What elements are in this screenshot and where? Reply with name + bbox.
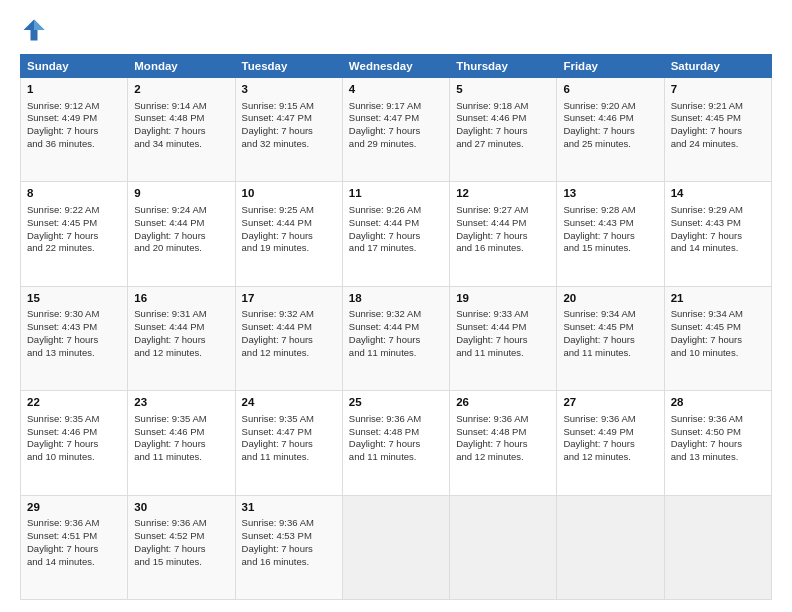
day-number: 30	[134, 500, 228, 516]
weekday-header: Wednesday	[342, 55, 449, 78]
svg-marker-1	[34, 20, 45, 31]
day-info-line: Sunset: 4:44 PM	[456, 321, 550, 334]
day-info-line: and 11 minutes.	[456, 347, 550, 360]
day-info-line: Sunrise: 9:35 AM	[242, 413, 336, 426]
day-info-line: Daylight: 7 hours	[671, 230, 765, 243]
day-number: 26	[456, 395, 550, 411]
day-info-line: and 29 minutes.	[349, 138, 443, 151]
day-info-line: Daylight: 7 hours	[671, 438, 765, 451]
day-info-line: Sunrise: 9:36 AM	[134, 517, 228, 530]
day-info-line: Daylight: 7 hours	[456, 125, 550, 138]
day-info-line: and 12 minutes.	[242, 347, 336, 360]
day-info-line: Sunrise: 9:25 AM	[242, 204, 336, 217]
day-info-line: Sunset: 4:45 PM	[563, 321, 657, 334]
day-info-line: Daylight: 7 hours	[242, 438, 336, 451]
day-number: 20	[563, 291, 657, 307]
day-number: 6	[563, 82, 657, 98]
day-number: 27	[563, 395, 657, 411]
day-info-line: Sunrise: 9:36 AM	[671, 413, 765, 426]
calendar-cell: 2Sunrise: 9:14 AMSunset: 4:48 PMDaylight…	[128, 78, 235, 182]
calendar-cell: 22Sunrise: 9:35 AMSunset: 4:46 PMDayligh…	[21, 391, 128, 495]
day-number: 28	[671, 395, 765, 411]
day-info-line: Daylight: 7 hours	[349, 230, 443, 243]
day-number: 25	[349, 395, 443, 411]
day-number: 29	[27, 500, 121, 516]
calendar-body: 1Sunrise: 9:12 AMSunset: 4:49 PMDaylight…	[21, 78, 772, 600]
calendar-cell: 13Sunrise: 9:28 AMSunset: 4:43 PMDayligh…	[557, 182, 664, 286]
day-info-line: and 15 minutes.	[134, 556, 228, 569]
day-info-line: Sunrise: 9:33 AM	[456, 308, 550, 321]
header	[20, 16, 772, 44]
calendar-cell: 23Sunrise: 9:35 AMSunset: 4:46 PMDayligh…	[128, 391, 235, 495]
day-info-line: and 13 minutes.	[27, 347, 121, 360]
calendar-cell	[342, 495, 449, 599]
day-info-line: Daylight: 7 hours	[27, 230, 121, 243]
day-number: 5	[456, 82, 550, 98]
day-info-line: Sunset: 4:44 PM	[456, 217, 550, 230]
day-number: 24	[242, 395, 336, 411]
day-info-line: Sunset: 4:48 PM	[134, 112, 228, 125]
day-number: 9	[134, 186, 228, 202]
day-info-line: Sunrise: 9:36 AM	[563, 413, 657, 426]
day-info-line: Sunset: 4:51 PM	[27, 530, 121, 543]
day-info-line: Sunset: 4:48 PM	[456, 426, 550, 439]
calendar-week-row: 29Sunrise: 9:36 AMSunset: 4:51 PMDayligh…	[21, 495, 772, 599]
day-info-line: Daylight: 7 hours	[134, 125, 228, 138]
calendar-cell	[664, 495, 771, 599]
day-info-line: Sunset: 4:46 PM	[134, 426, 228, 439]
day-info-line: Sunset: 4:45 PM	[27, 217, 121, 230]
day-info-line: Sunrise: 9:28 AM	[563, 204, 657, 217]
day-info-line: and 10 minutes.	[27, 451, 121, 464]
weekday-header: Friday	[557, 55, 664, 78]
day-number: 4	[349, 82, 443, 98]
day-info-line: Sunrise: 9:27 AM	[456, 204, 550, 217]
day-info-line: and 11 minutes.	[349, 347, 443, 360]
day-number: 11	[349, 186, 443, 202]
day-info-line: and 27 minutes.	[456, 138, 550, 151]
weekday-header: Monday	[128, 55, 235, 78]
day-info-line: Daylight: 7 hours	[456, 438, 550, 451]
day-number: 1	[27, 82, 121, 98]
day-info-line: Daylight: 7 hours	[242, 543, 336, 556]
day-info-line: Sunrise: 9:32 AM	[242, 308, 336, 321]
day-number: 22	[27, 395, 121, 411]
day-info-line: Daylight: 7 hours	[242, 230, 336, 243]
day-info-line: Sunset: 4:47 PM	[242, 426, 336, 439]
day-info-line: Sunrise: 9:14 AM	[134, 100, 228, 113]
day-info-line: Daylight: 7 hours	[27, 125, 121, 138]
day-info-line: Daylight: 7 hours	[456, 230, 550, 243]
calendar-cell: 25Sunrise: 9:36 AMSunset: 4:48 PMDayligh…	[342, 391, 449, 495]
day-info-line: Sunset: 4:43 PM	[671, 217, 765, 230]
day-info-line: Sunrise: 9:35 AM	[27, 413, 121, 426]
day-info-line: Sunset: 4:47 PM	[242, 112, 336, 125]
calendar-cell: 10Sunrise: 9:25 AMSunset: 4:44 PMDayligh…	[235, 182, 342, 286]
calendar-cell: 17Sunrise: 9:32 AMSunset: 4:44 PMDayligh…	[235, 286, 342, 390]
logo	[20, 16, 52, 44]
day-info-line: Sunset: 4:44 PM	[242, 217, 336, 230]
day-info-line: Sunrise: 9:29 AM	[671, 204, 765, 217]
page: SundayMondayTuesdayWednesdayThursdayFrid…	[0, 0, 792, 612]
day-info-line: and 14 minutes.	[671, 242, 765, 255]
day-info-line: and 15 minutes.	[563, 242, 657, 255]
day-info-line: Sunrise: 9:36 AM	[456, 413, 550, 426]
day-info-line: Sunset: 4:49 PM	[27, 112, 121, 125]
day-number: 18	[349, 291, 443, 307]
day-number: 17	[242, 291, 336, 307]
day-number: 7	[671, 82, 765, 98]
day-info-line: and 25 minutes.	[563, 138, 657, 151]
day-info-line: Sunset: 4:44 PM	[349, 217, 443, 230]
day-info-line: Sunset: 4:44 PM	[134, 217, 228, 230]
day-info-line: Daylight: 7 hours	[671, 125, 765, 138]
calendar-cell	[557, 495, 664, 599]
day-info-line: Sunrise: 9:26 AM	[349, 204, 443, 217]
day-info-line: Sunrise: 9:24 AM	[134, 204, 228, 217]
day-info-line: Daylight: 7 hours	[349, 334, 443, 347]
calendar-cell: 24Sunrise: 9:35 AMSunset: 4:47 PMDayligh…	[235, 391, 342, 495]
day-info-line: Daylight: 7 hours	[563, 230, 657, 243]
day-number: 10	[242, 186, 336, 202]
day-number: 21	[671, 291, 765, 307]
weekday-row: SundayMondayTuesdayWednesdayThursdayFrid…	[21, 55, 772, 78]
calendar-cell: 12Sunrise: 9:27 AMSunset: 4:44 PMDayligh…	[450, 182, 557, 286]
day-info-line: Sunset: 4:45 PM	[671, 321, 765, 334]
day-info-line: Daylight: 7 hours	[671, 334, 765, 347]
